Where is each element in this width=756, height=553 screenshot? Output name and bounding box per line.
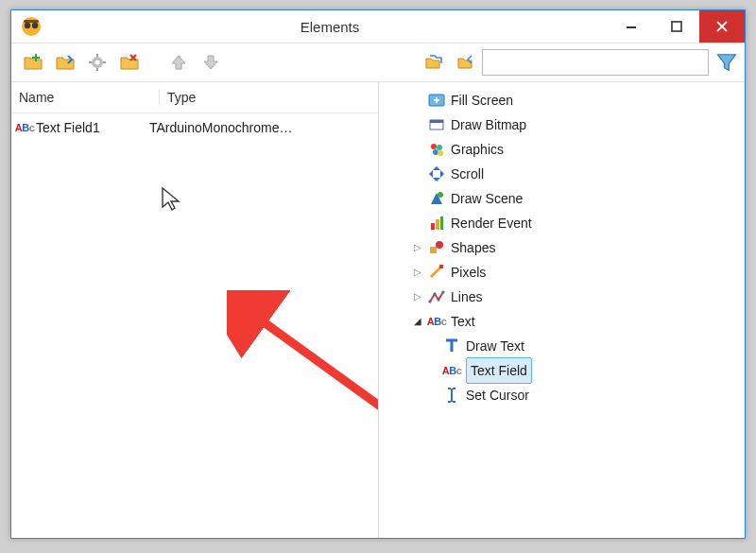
tree-twisty-none (411, 192, 424, 205)
tree-item-label: Draw Scene (451, 186, 523, 211)
tree-twisty-closed[interactable]: ▷ (411, 241, 424, 254)
annotation-arrow-icon (227, 290, 379, 441)
move-up-button[interactable] (164, 48, 193, 77)
pixels-icon (426, 262, 447, 283)
set-cursor-icon (441, 385, 462, 406)
left-panel: Name Type ABc Text Field1 TArduinoMonoch… (11, 82, 379, 538)
tree-twisty-none (411, 143, 424, 156)
svg-point-30 (433, 292, 436, 295)
svg-point-20 (433, 149, 438, 155)
header-type[interactable]: Type (160, 90, 378, 105)
svg-point-29 (428, 300, 431, 302)
titlebar: Elements (11, 10, 745, 43)
add-folder-button[interactable] (19, 48, 47, 77)
fill-screen-icon (426, 90, 447, 111)
tree-twisty-closed[interactable]: ▷ (411, 290, 424, 303)
paste-button[interactable] (452, 48, 480, 77)
app-icon (21, 16, 42, 37)
copy-button[interactable] (420, 48, 448, 77)
svg-rect-28 (439, 265, 443, 268)
abc-icon: ABc (15, 122, 34, 133)
search-input[interactable] (482, 49, 709, 76)
row-name: Text Field1 (36, 120, 149, 135)
tree-item-label: Set Cursor (466, 383, 529, 407)
tree-item-label: Fill Screen (451, 88, 513, 112)
svg-point-2 (32, 23, 38, 28)
svg-rect-5 (672, 22, 681, 31)
tree-twisty-closed[interactable]: ▷ (411, 266, 424, 279)
tree-item-draw-scene[interactable]: Draw Scene (388, 186, 739, 211)
svg-point-1 (25, 23, 30, 28)
elements-window: Elements (10, 9, 746, 539)
delete-folder-button[interactable] (115, 48, 144, 77)
tree-item-shapes[interactable]: ▷ Shapes (388, 235, 739, 260)
header-name[interactable]: Name (11, 90, 160, 105)
tree-twisty-none (411, 118, 424, 131)
graphics-icon (426, 139, 447, 160)
tree-item-label: Graphics (451, 137, 504, 162)
window-buttons (609, 10, 745, 43)
open-folder-button[interactable] (51, 48, 79, 77)
svg-point-31 (437, 298, 439, 301)
tree-panel: Fill Screen Draw Bitmap Graphics Scroll (379, 82, 745, 538)
tree-twisty-none (411, 216, 424, 230)
filter-icon[interactable] (714, 50, 739, 75)
tree-item-label: Pixels (451, 260, 486, 285)
body: Name Type ABc Text Field1 TArduinoMonoch… (11, 82, 745, 538)
lines-icon (426, 286, 447, 307)
tree-item-pixels[interactable]: ▷ Pixels (388, 260, 739, 285)
tree-item-label: Scroll (451, 162, 484, 186)
tree-item-label: Draw Bitmap (451, 112, 526, 137)
draw-text-icon (441, 336, 462, 356)
svg-rect-7 (32, 57, 40, 59)
svg-point-32 (441, 290, 444, 293)
tree-item-fill-screen[interactable]: Fill Screen (388, 88, 739, 112)
svg-rect-24 (436, 219, 439, 230)
move-down-button[interactable] (197, 48, 225, 77)
tree-item-graphics[interactable]: Graphics (388, 137, 739, 162)
tree-item-label: Lines (451, 285, 482, 309)
tree-item-render-event[interactable]: Render Event (388, 211, 739, 235)
close-button[interactable] (699, 10, 745, 43)
svg-point-18 (431, 144, 437, 149)
tree-item-label: Draw Text (466, 334, 524, 358)
tree-twisty-none (411, 167, 424, 181)
minimize-button[interactable] (609, 10, 654, 43)
shapes-icon (426, 237, 447, 258)
tree-item-label: Shapes (451, 235, 495, 260)
list-headers: Name Type (11, 82, 378, 113)
mouse-cursor-icon (161, 186, 181, 213)
tree-item-label: Text (451, 309, 475, 334)
table-row[interactable]: ABc Text Field1 TArduinoMonochrome… (11, 113, 378, 142)
maximize-button[interactable] (654, 10, 699, 43)
window-title: Elements (51, 19, 609, 35)
svg-point-19 (437, 145, 442, 150)
row-type: TArduinoMonochrome… (149, 120, 378, 135)
toolbar (11, 43, 745, 82)
tree-item-draw-bitmap[interactable]: Draw Bitmap (388, 112, 739, 137)
tree-twisty-open[interactable]: ◢ (411, 315, 424, 328)
scroll-icon (426, 164, 447, 184)
svg-line-14 (246, 309, 379, 432)
tree-item-lines[interactable]: ▷ Lines (388, 285, 739, 309)
svg-rect-4 (627, 26, 636, 28)
abc-icon: ABc (426, 311, 447, 332)
svg-point-27 (436, 241, 443, 249)
tree-item-text[interactable]: ◢ ABc Text (388, 309, 739, 334)
tree-item-draw-text[interactable]: Draw Text (388, 334, 739, 358)
tree-item-text-field[interactable]: ABc Text Field (388, 358, 739, 383)
tree: Fill Screen Draw Bitmap Graphics Scroll (388, 88, 739, 407)
tree-item-scroll[interactable]: Scroll (388, 162, 739, 186)
svg-rect-3 (24, 20, 39, 23)
settings-button[interactable] (83, 48, 112, 77)
svg-rect-26 (430, 247, 437, 253)
draw-bitmap-icon (426, 114, 447, 135)
render-event-icon (426, 213, 447, 233)
tree-item-set-cursor[interactable]: Set Cursor (388, 383, 739, 407)
draw-scene-icon (426, 188, 447, 209)
svg-point-22 (438, 192, 443, 198)
tree-item-label: Text Field (466, 357, 532, 384)
svg-point-9 (95, 60, 100, 65)
svg-rect-23 (431, 223, 435, 230)
tree-twisty-none (411, 94, 424, 107)
